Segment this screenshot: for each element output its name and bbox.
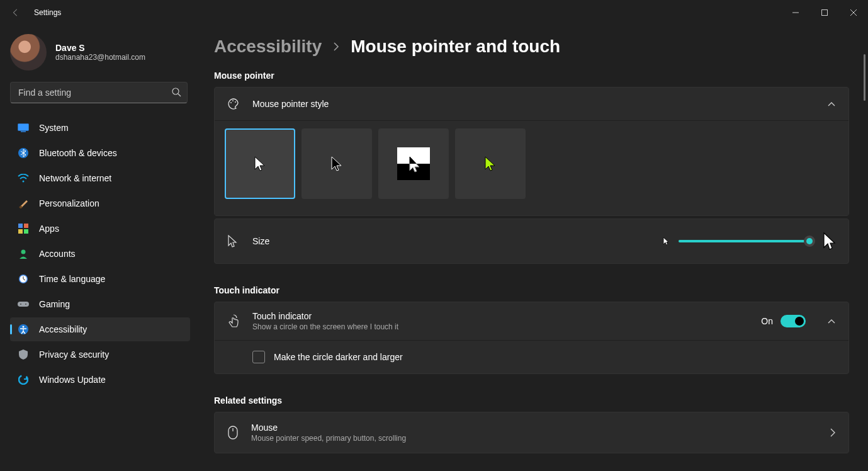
touch-option-row[interactable]: Make the circle darker and larger [215,340,848,373]
touch-indicator-card: Touch indicator Show a circle on the scr… [214,302,849,374]
sidebar-item-label: Network & internet [39,173,111,183]
mouse-icon [227,425,239,440]
sidebar-item-gaming[interactable]: Gaming [10,292,190,316]
pointer-style-header[interactable]: Mouse pointer style [215,88,848,120]
touch-toggle[interactable] [781,315,806,327]
sidebar-item-update[interactable]: Windows Update [10,368,190,392]
palette-icon [227,98,240,110]
system-icon [18,122,29,133]
related-mouse-subtitle: Mouse pointer speed, primary button, scr… [251,434,406,443]
svg-point-2 [172,88,179,94]
sidebar-item-label: Apps [39,224,59,234]
user-block[interactable]: Dave S dshanaha23@hotmail.com [10,29,190,82]
cursor-small-icon [662,236,670,246]
bluetooth-icon [18,147,29,159]
svg-point-7 [23,181,25,183]
back-icon[interactable] [11,8,25,17]
sidebar-item-privacy[interactable]: Privacy & security [10,343,190,366]
darker-larger-checkbox[interactable] [252,351,265,363]
touch-icon [227,314,240,328]
sidebar-item-apps[interactable]: Apps [10,217,190,241]
sidebar-item-label: Accounts [39,249,76,259]
svg-rect-12 [24,229,28,234]
svg-point-17 [20,304,21,305]
sidebar-item-accounts[interactable]: Accounts [10,242,190,266]
update-icon [18,374,29,385]
breadcrumb-current: Mouse pointer and touch [351,37,560,57]
minimize-button[interactable] [781,0,810,25]
sidebar-item-personalization[interactable]: Personalization [10,191,190,215]
sidebar: Dave S dshanaha23@hotmail.com System Blu… [0,25,196,471]
search-icon[interactable] [171,87,181,97]
section-touch-label: Touch indicator [214,285,849,295]
scrollbar-thumb[interactable] [864,54,865,101]
svg-rect-9 [18,224,23,228]
pointer-size-card: Size [214,218,849,264]
touch-title: Touch indicator [252,311,398,321]
person-icon [18,248,29,259]
pointer-style-options [215,120,848,215]
sidebar-item-label: Privacy & security [39,349,109,360]
darker-larger-label: Make the circle darker and larger [274,352,403,362]
pointer-style-black[interactable] [302,128,372,199]
sidebar-item-accessibility[interactable]: Accessibility [10,317,190,341]
wifi-icon [18,173,29,184]
svg-point-18 [25,304,26,305]
sidebar-item-label: Accessibility [39,324,87,334]
avatar [10,34,47,71]
pointer-style-custom[interactable] [455,128,526,199]
clock-icon [18,273,29,285]
section-pointer-label: Mouse pointer [214,71,849,81]
svg-rect-11 [18,229,23,234]
size-label: Size [252,236,269,246]
sidebar-item-network[interactable]: Network & internet [10,166,190,190]
sidebar-item-time[interactable]: Time & language [10,267,190,291]
titlebar: Settings [0,0,868,25]
touch-subtitle: Show a circle on the screen where I touc… [252,322,398,331]
close-button[interactable] [839,0,868,25]
brush-icon [18,198,29,209]
pointer-style-label: Mouse pointer style [252,99,329,109]
svg-point-20 [23,326,25,328]
svg-point-13 [21,250,26,254]
pointer-style-inverted[interactable] [378,128,449,199]
accessibility-icon [18,324,29,335]
sidebar-item-label: Gaming [39,299,70,309]
section-related-label: Related settings [214,395,849,406]
maximize-button[interactable] [810,0,839,25]
chevron-up-icon [827,318,836,324]
breadcrumb-parent[interactable]: Accessibility [214,37,322,57]
slider-fill [679,240,809,242]
chevron-right-icon [333,42,339,51]
chevron-up-icon [827,101,836,107]
svg-line-3 [178,94,181,96]
gamepad-icon [18,298,29,310]
size-slider-group [662,232,836,251]
sidebar-item-system[interactable]: System [10,116,190,140]
svg-rect-4 [18,124,29,131]
user-email: dshanaha23@hotmail.com [55,53,145,62]
apps-icon [18,223,29,234]
sidebar-item-label: Personalization [39,198,99,208]
cursor-icon [227,234,240,248]
chevron-right-icon [830,428,836,437]
window-title: Settings [34,8,61,17]
search-box [10,82,188,103]
svg-point-24 [235,101,236,103]
breadcrumb: Accessibility Mouse pointer and touch [214,37,849,57]
sidebar-item-label: System [39,123,69,133]
sidebar-item-bluetooth[interactable]: Bluetooth & devices [10,141,190,165]
sidebar-item-label: Time & language [39,274,105,284]
touch-indicator-row[interactable]: Touch indicator Show a circle on the scr… [215,302,848,340]
toggle-state-label: On [761,316,773,326]
related-mouse-card[interactable]: Mouse Mouse pointer speed, primary butto… [214,412,849,453]
size-slider[interactable] [679,240,813,242]
pointer-style-card: Mouse pointer style [214,87,849,216]
svg-rect-1 [822,10,828,16]
svg-rect-10 [24,224,28,228]
cursor-large-icon [822,232,836,251]
pointer-style-white[interactable] [225,128,295,199]
search-input[interactable] [10,82,188,103]
svg-rect-16 [18,302,29,307]
slider-thumb[interactable] [804,236,815,247]
